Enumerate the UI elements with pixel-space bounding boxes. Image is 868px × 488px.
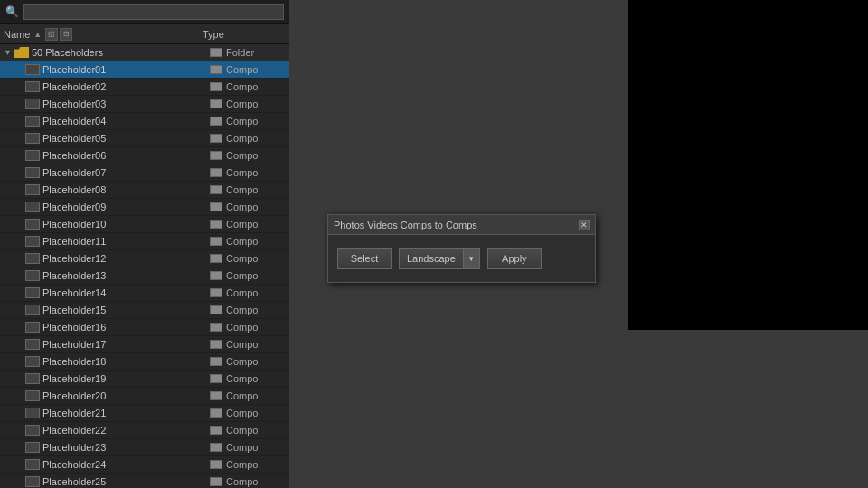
row-indent: Placeholder20 [4,390,210,401]
item-name: Placeholder24 [42,459,210,470]
item-name: Placeholder02 [42,81,210,92]
list-item[interactable]: Placeholder09Compo [0,199,289,216]
sort-arrow-icon: ▲ [33,30,42,39]
list-item[interactable]: Placeholder20Compo [0,388,289,405]
comp-thumbnail [25,442,40,453]
comp-thumbnail [25,81,40,92]
comp-thumbnail [25,116,40,127]
item-type: Compo [226,236,289,247]
type-icon [210,357,222,366]
item-name: Placeholder13 [42,270,210,281]
item-name: Placeholder12 [42,253,210,264]
expand-arrow-icon: ▼ [4,48,14,57]
item-name: Placeholder19 [42,373,210,384]
list-item[interactable]: Placeholder17Compo [0,336,289,353]
type-icon [210,408,222,418]
item-type: Compo [226,356,289,367]
preview-area [628,0,868,330]
type-icon [210,202,222,211]
list-item[interactable]: Placeholder07Compo [0,164,289,182]
type-icon [210,220,222,229]
landscape-dropdown[interactable]: Landscape ▼ [399,248,480,269]
comp-thumbnail [25,425,40,436]
comp-thumbnail [25,287,40,298]
list-item[interactable]: Placeholder21Compo [0,405,289,422]
item-name: Placeholder06 [42,150,210,161]
item-type: Compo [226,322,289,333]
comp-thumbnail [25,133,40,144]
type-icon [210,443,222,452]
list-item[interactable]: Placeholder13Compo [0,267,289,285]
folder-type-icon [210,48,222,57]
item-type: Compo [226,202,289,212]
item-name: Placeholder09 [42,202,210,212]
folder-icon [14,47,29,58]
folder-type: Folder [226,47,289,58]
comp-thumbnail [25,373,40,384]
comp-thumbnail [25,305,40,315]
list-item[interactable]: Placeholder06Compo [0,147,289,164]
type-icon [210,323,222,332]
item-name: Placeholder03 [42,99,210,109]
row-indent: Placeholder22 [4,425,210,436]
item-name: Placeholder08 [42,184,210,195]
item-type: Compo [226,184,289,195]
list-item[interactable]: Placeholder22Compo [0,422,289,439]
list-item[interactable]: Placeholder11Compo [0,233,289,250]
select-button[interactable]: Select [337,248,392,269]
list-item[interactable]: Placeholder24Compo [0,456,289,474]
list-item[interactable]: Placeholder04Compo [0,113,289,130]
list-item[interactable]: Placeholder01Compo [0,61,289,79]
col-icon-1[interactable]: ◱ [45,28,58,41]
list-item[interactable]: Placeholder10Compo [0,216,289,233]
column-headers: Name ▲ ◱ ⊡ Type [0,24,289,44]
item-type: Compo [226,99,289,109]
type-icon [210,477,222,486]
item-name: Placeholder17 [42,339,210,350]
item-name: Placeholder25 [42,476,210,487]
type-icon [210,151,222,160]
list-item[interactable]: Placeholder23Compo [0,439,289,456]
type-icon [210,305,222,314]
list-item[interactable]: Placeholder19Compo [0,371,289,388]
apply-button[interactable]: Apply [487,248,542,269]
list-item[interactable]: Placeholder14Compo [0,285,289,302]
item-name: Placeholder21 [42,408,210,418]
list-item[interactable]: Placeholder08Compo [0,182,289,199]
search-bar: 🔍 [0,0,289,24]
list-item[interactable]: Placeholder02Compo [0,79,289,96]
type-icon [210,168,222,177]
row-indent: Placeholder16 [4,322,210,333]
list-item[interactable]: Placeholder15Compo [0,302,289,319]
list-item[interactable]: Placeholder03Compo [0,96,289,113]
comp-thumbnail [25,150,40,161]
row-indent: Placeholder08 [4,184,210,195]
row-indent: Placeholder12 [4,253,210,264]
comp-thumbnail [25,339,40,350]
item-type: Compo [226,339,289,350]
dialog-close-button[interactable]: ✕ [579,220,590,230]
type-icon [210,288,222,297]
list-item[interactable]: Placeholder18Compo [0,353,289,371]
name-column-header[interactable]: Name ▲ ◱ ⊡ [4,28,203,41]
dropdown-arrow-icon: ▼ [463,249,479,268]
folder-row-content: ▼ 50 Placeholders [4,47,210,58]
item-name: Placeholder11 [42,236,210,247]
search-input[interactable] [23,4,284,20]
comp-thumbnail [25,167,40,178]
item-type: Compo [226,133,289,144]
type-column-header[interactable]: Type [203,29,275,40]
item-name: Placeholder22 [42,425,210,436]
type-icon [210,254,222,263]
col-icon-2[interactable]: ⊡ [60,28,72,41]
list-item[interactable]: Placeholder05Compo [0,130,289,147]
file-list[interactable]: ▼ 50 Placeholders Folder Placeholder01Co… [0,44,289,488]
list-item[interactable]: Placeholder16Compo [0,319,289,336]
row-indent: Placeholder14 [4,287,210,298]
folder-row[interactable]: ▼ 50 Placeholders Folder [0,44,289,61]
item-name: Placeholder23 [42,442,210,453]
list-item[interactable]: Placeholder25Compo [0,474,289,488]
close-icon: ✕ [580,221,588,230]
list-item[interactable]: Placeholder12Compo [0,250,289,267]
type-icon [210,82,222,91]
